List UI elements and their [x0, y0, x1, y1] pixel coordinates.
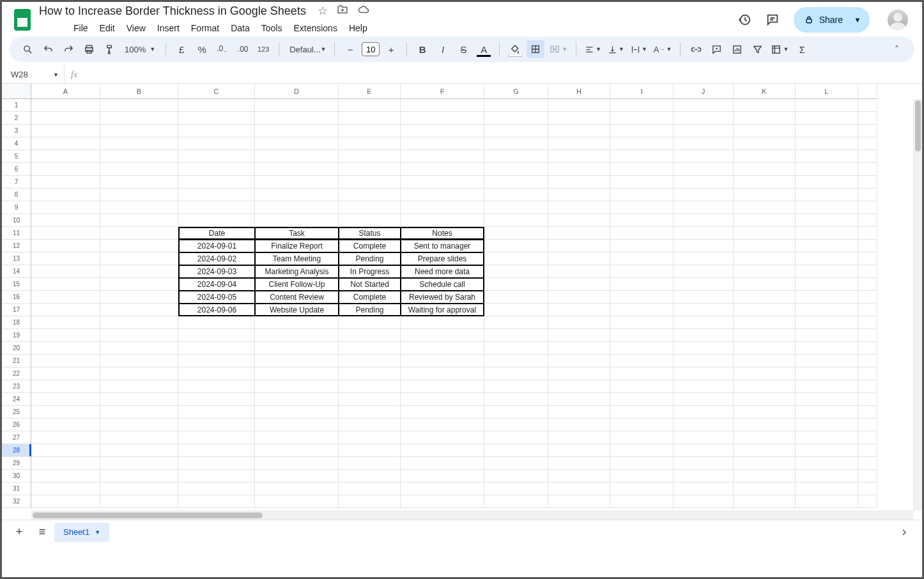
filter-views-icon[interactable]: ▼ [769, 40, 790, 58]
cell[interactable] [674, 470, 734, 483]
cell[interactable]: 2024-09-02 [178, 252, 255, 265]
cell[interactable] [674, 176, 734, 189]
cell[interactable] [100, 393, 178, 406]
cell[interactable] [339, 367, 401, 380]
cell[interactable] [674, 189, 734, 201]
cell[interactable] [31, 329, 100, 342]
cell[interactable] [674, 112, 734, 125]
cell[interactable] [548, 201, 610, 214]
cell[interactable]: In Progress [339, 265, 401, 278]
cell[interactable] [734, 316, 796, 329]
cell[interactable] [674, 431, 734, 444]
cell[interactable] [31, 137, 100, 150]
row-header[interactable]: 22 [2, 367, 31, 380]
cell[interactable] [858, 227, 877, 240]
cell[interactable] [610, 201, 674, 214]
caret-down-icon[interactable]: ▼ [95, 529, 100, 536]
cell[interactable] [31, 457, 100, 470]
cell[interactable]: Content Review [255, 291, 339, 304]
borders-button[interactable] [527, 40, 544, 58]
cell[interactable]: 2024-09-01 [178, 240, 255, 252]
cell[interactable]: Status [339, 227, 401, 240]
cell[interactable] [31, 150, 100, 163]
cell[interactable] [674, 457, 734, 470]
cell[interactable] [610, 265, 674, 278]
cell[interactable] [31, 278, 100, 291]
cell[interactable] [100, 495, 178, 508]
cell[interactable] [796, 125, 858, 137]
cell[interactable]: Complete [339, 240, 401, 252]
col-header[interactable]: L [796, 84, 858, 99]
cell[interactable] [178, 470, 255, 483]
cell[interactable] [796, 393, 858, 406]
cell[interactable] [401, 176, 484, 189]
cell[interactable] [610, 393, 674, 406]
cell[interactable]: Waiting for approval [401, 304, 484, 316]
row-header[interactable]: 8 [2, 189, 31, 201]
cell[interactable] [401, 163, 484, 176]
cell[interactable] [100, 278, 178, 291]
font-size-input[interactable] [362, 42, 380, 56]
cell[interactable] [796, 304, 858, 316]
cell[interactable] [610, 240, 674, 252]
cell[interactable] [548, 304, 610, 316]
row-header[interactable]: 1 [2, 99, 31, 112]
cell[interactable] [734, 342, 796, 355]
cell[interactable] [674, 406, 734, 419]
cell[interactable] [610, 99, 674, 112]
cell[interactable] [484, 431, 548, 444]
filter-icon[interactable] [748, 40, 766, 58]
percent-button[interactable]: % [193, 40, 211, 58]
cell[interactable] [796, 431, 858, 444]
row-header[interactable]: 24 [2, 393, 31, 406]
cell[interactable] [610, 495, 674, 508]
cell[interactable] [100, 227, 178, 240]
cell[interactable] [548, 163, 610, 176]
cell[interactable] [674, 304, 734, 316]
cell[interactable] [734, 483, 796, 495]
cell[interactable] [548, 483, 610, 495]
cell[interactable] [674, 355, 734, 367]
share-button[interactable]: Share ▼ [794, 7, 870, 33]
cell[interactable] [484, 457, 548, 470]
cell[interactable]: Reviewed by Sarah [401, 291, 484, 304]
cell[interactable] [548, 99, 610, 112]
cell[interactable]: Sent to manager [401, 240, 484, 252]
cell[interactable] [100, 240, 178, 252]
menu-view[interactable]: View [121, 20, 151, 36]
cell[interactable] [858, 495, 877, 508]
cell[interactable] [178, 444, 255, 457]
col-header[interactable]: H [548, 84, 610, 99]
cell[interactable] [100, 189, 178, 201]
cell[interactable] [548, 470, 610, 483]
history-icon[interactable] [737, 13, 751, 27]
cell[interactable] [401, 483, 484, 495]
row-header[interactable]: 26 [2, 419, 31, 431]
cell[interactable] [31, 316, 100, 329]
cell[interactable] [178, 176, 255, 189]
cell[interactable] [339, 444, 401, 457]
cell[interactable] [255, 367, 339, 380]
row-headers[interactable]: 1234567891011121314151617181920212223242… [2, 99, 31, 511]
cell[interactable]: 2024-09-04 [178, 278, 255, 291]
cell[interactable] [178, 457, 255, 470]
cell[interactable] [339, 163, 401, 176]
cell[interactable] [548, 367, 610, 380]
cell[interactable] [796, 355, 858, 367]
row-header[interactable]: 14 [2, 265, 31, 278]
name-box[interactable]: W28 ▼ [2, 66, 65, 83]
cell[interactable] [339, 125, 401, 137]
cell[interactable] [31, 367, 100, 380]
cell[interactable] [796, 419, 858, 431]
cell[interactable] [31, 125, 100, 137]
cell[interactable] [548, 150, 610, 163]
cell[interactable] [674, 137, 734, 150]
cell[interactable] [484, 137, 548, 150]
cell[interactable] [100, 457, 178, 470]
cell[interactable] [734, 444, 796, 457]
cell[interactable] [31, 342, 100, 355]
cell[interactable] [255, 214, 339, 227]
text-color-button[interactable]: A [475, 40, 493, 58]
cell[interactable] [858, 355, 877, 367]
cell[interactable] [610, 227, 674, 240]
